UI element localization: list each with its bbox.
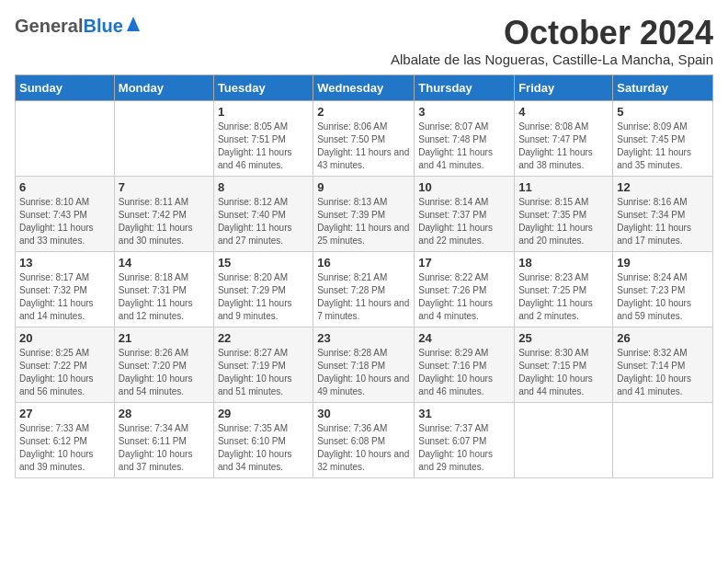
day-info: Sunrise: 8:28 AM Sunset: 7:18 PM Dayligh…	[317, 347, 410, 398]
day-number: 26	[617, 331, 709, 345]
calendar-body: 1Sunrise: 8:05 AM Sunset: 7:51 PM Daylig…	[16, 100, 713, 477]
calendar-cell: 22Sunrise: 8:27 AM Sunset: 7:19 PM Dayli…	[213, 327, 313, 402]
day-number: 13	[19, 256, 110, 270]
calendar-cell: 26Sunrise: 8:32 AM Sunset: 7:14 PM Dayli…	[613, 327, 713, 402]
logo-arrow-icon	[125, 15, 142, 37]
page-header: General Blue October 2024 Albalate de la…	[15, 15, 713, 67]
day-number: 24	[418, 331, 510, 345]
calendar-cell: 3Sunrise: 8:07 AM Sunset: 7:48 PM Daylig…	[415, 100, 515, 176]
calendar-cell: 15Sunrise: 8:20 AM Sunset: 7:29 PM Dayli…	[213, 251, 313, 327]
calendar-cell: 1Sunrise: 8:05 AM Sunset: 7:51 PM Daylig…	[213, 100, 313, 176]
day-info: Sunrise: 8:24 AM Sunset: 7:23 PM Dayligh…	[617, 271, 709, 323]
day-info: Sunrise: 7:34 AM Sunset: 6:11 PM Dayligh…	[119, 422, 210, 474]
calendar-cell: 25Sunrise: 8:30 AM Sunset: 7:15 PM Dayli…	[515, 327, 613, 402]
day-number: 29	[218, 407, 309, 420]
day-info: Sunrise: 7:36 AM Sunset: 6:08 PM Dayligh…	[317, 422, 410, 474]
header-day-thursday: Thursday	[415, 75, 515, 100]
day-number: 30	[317, 407, 410, 420]
calendar-cell: 6Sunrise: 8:10 AM Sunset: 7:43 PM Daylig…	[16, 176, 115, 251]
calendar-cell: 14Sunrise: 8:18 AM Sunset: 7:31 PM Dayli…	[114, 251, 213, 327]
day-number: 1	[218, 105, 309, 119]
header-row: SundayMondayTuesdayWednesdayThursdayFrid…	[16, 75, 713, 100]
day-info: Sunrise: 8:15 AM Sunset: 7:35 PM Dayligh…	[518, 196, 609, 247]
day-number: 2	[317, 105, 410, 119]
day-info: Sunrise: 8:29 AM Sunset: 7:16 PM Dayligh…	[418, 347, 510, 398]
calendar-cell	[613, 402, 713, 477]
svg-marker-0	[127, 17, 140, 31]
day-info: Sunrise: 8:23 AM Sunset: 7:25 PM Dayligh…	[518, 271, 609, 323]
day-info: Sunrise: 8:07 AM Sunset: 7:48 PM Dayligh…	[418, 121, 510, 172]
calendar-cell	[515, 402, 613, 477]
calendar-cell: 31Sunrise: 7:37 AM Sunset: 6:07 PM Dayli…	[415, 402, 515, 477]
calendar-header: SundayMondayTuesdayWednesdayThursdayFrid…	[16, 75, 713, 100]
day-number: 8	[218, 180, 309, 194]
calendar-cell: 8Sunrise: 8:12 AM Sunset: 7:40 PM Daylig…	[213, 176, 313, 251]
day-info: Sunrise: 8:22 AM Sunset: 7:26 PM Dayligh…	[418, 271, 510, 323]
calendar-cell: 5Sunrise: 8:09 AM Sunset: 7:45 PM Daylig…	[613, 100, 713, 176]
calendar-cell: 9Sunrise: 8:13 AM Sunset: 7:39 PM Daylig…	[313, 176, 415, 251]
header-day-monday: Monday	[114, 75, 213, 100]
header-day-saturday: Saturday	[613, 75, 713, 100]
title-block: October 2024 Albalate de las Nogueras, C…	[391, 15, 713, 67]
day-number: 25	[518, 331, 609, 345]
month-title: October 2024	[391, 15, 713, 52]
day-info: Sunrise: 8:10 AM Sunset: 7:43 PM Dayligh…	[19, 196, 110, 247]
calendar-cell: 29Sunrise: 7:35 AM Sunset: 6:10 PM Dayli…	[213, 402, 313, 477]
week-row-5: 27Sunrise: 7:33 AM Sunset: 6:12 PM Dayli…	[16, 402, 713, 477]
day-info: Sunrise: 8:21 AM Sunset: 7:28 PM Dayligh…	[317, 271, 410, 323]
logo-blue: Blue	[83, 16, 122, 37]
calendar-cell: 13Sunrise: 8:17 AM Sunset: 7:32 PM Dayli…	[16, 251, 115, 327]
calendar-cell: 2Sunrise: 8:06 AM Sunset: 7:50 PM Daylig…	[313, 100, 415, 176]
day-number: 18	[518, 256, 609, 270]
calendar-table: SundayMondayTuesdayWednesdayThursdayFrid…	[15, 75, 713, 478]
day-number: 6	[19, 180, 110, 194]
calendar-cell: 10Sunrise: 8:14 AM Sunset: 7:37 PM Dayli…	[415, 176, 515, 251]
day-number: 12	[617, 180, 709, 194]
header-day-tuesday: Tuesday	[213, 75, 313, 100]
header-day-friday: Friday	[515, 75, 613, 100]
header-day-sunday: Sunday	[16, 75, 115, 100]
day-info: Sunrise: 8:09 AM Sunset: 7:45 PM Dayligh…	[617, 121, 709, 172]
calendar-cell: 24Sunrise: 8:29 AM Sunset: 7:16 PM Dayli…	[415, 327, 515, 402]
day-info: Sunrise: 8:14 AM Sunset: 7:37 PM Dayligh…	[418, 196, 510, 247]
day-info: Sunrise: 8:12 AM Sunset: 7:40 PM Dayligh…	[218, 196, 309, 247]
day-info: Sunrise: 7:35 AM Sunset: 6:10 PM Dayligh…	[218, 422, 309, 474]
day-number: 21	[119, 331, 210, 345]
header-day-wednesday: Wednesday	[313, 75, 415, 100]
calendar-cell: 7Sunrise: 8:11 AM Sunset: 7:42 PM Daylig…	[114, 176, 213, 251]
day-info: Sunrise: 8:18 AM Sunset: 7:31 PM Dayligh…	[119, 271, 210, 323]
day-info: Sunrise: 8:32 AM Sunset: 7:14 PM Dayligh…	[617, 347, 709, 398]
location-title: Albalate de las Nogueras, Castille-La Ma…	[391, 52, 713, 67]
day-info: Sunrise: 7:37 AM Sunset: 6:07 PM Dayligh…	[418, 422, 510, 474]
week-row-1: 1Sunrise: 8:05 AM Sunset: 7:51 PM Daylig…	[16, 100, 713, 176]
week-row-4: 20Sunrise: 8:25 AM Sunset: 7:22 PM Dayli…	[16, 327, 713, 402]
calendar-cell: 21Sunrise: 8:26 AM Sunset: 7:20 PM Dayli…	[114, 327, 213, 402]
day-info: Sunrise: 8:13 AM Sunset: 7:39 PM Dayligh…	[317, 196, 410, 247]
day-number: 31	[418, 407, 510, 420]
day-number: 4	[518, 105, 609, 119]
calendar-cell: 28Sunrise: 7:34 AM Sunset: 6:11 PM Dayli…	[114, 402, 213, 477]
day-number: 23	[317, 331, 410, 345]
calendar-cell: 19Sunrise: 8:24 AM Sunset: 7:23 PM Dayli…	[613, 251, 713, 327]
day-number: 14	[119, 256, 210, 270]
day-info: Sunrise: 8:17 AM Sunset: 7:32 PM Dayligh…	[19, 271, 110, 323]
day-number: 10	[418, 180, 510, 194]
logo-general: General	[15, 16, 83, 37]
day-info: Sunrise: 8:11 AM Sunset: 7:42 PM Dayligh…	[119, 196, 210, 247]
day-number: 20	[19, 331, 110, 345]
day-number: 5	[617, 105, 709, 119]
day-number: 9	[317, 180, 410, 194]
day-info: Sunrise: 8:08 AM Sunset: 7:47 PM Dayligh…	[518, 121, 609, 172]
calendar-cell: 30Sunrise: 7:36 AM Sunset: 6:08 PM Dayli…	[313, 402, 415, 477]
day-info: Sunrise: 8:25 AM Sunset: 7:22 PM Dayligh…	[19, 347, 110, 398]
calendar-cell: 16Sunrise: 8:21 AM Sunset: 7:28 PM Dayli…	[313, 251, 415, 327]
day-info: Sunrise: 8:26 AM Sunset: 7:20 PM Dayligh…	[119, 347, 210, 398]
calendar-cell: 23Sunrise: 8:28 AM Sunset: 7:18 PM Dayli…	[313, 327, 415, 402]
day-number: 3	[418, 105, 510, 119]
day-number: 15	[218, 256, 309, 270]
calendar-cell: 18Sunrise: 8:23 AM Sunset: 7:25 PM Dayli…	[515, 251, 613, 327]
day-info: Sunrise: 7:33 AM Sunset: 6:12 PM Dayligh…	[19, 422, 110, 474]
day-number: 22	[218, 331, 309, 345]
calendar-cell	[16, 100, 115, 176]
calendar-cell: 17Sunrise: 8:22 AM Sunset: 7:26 PM Dayli…	[415, 251, 515, 327]
